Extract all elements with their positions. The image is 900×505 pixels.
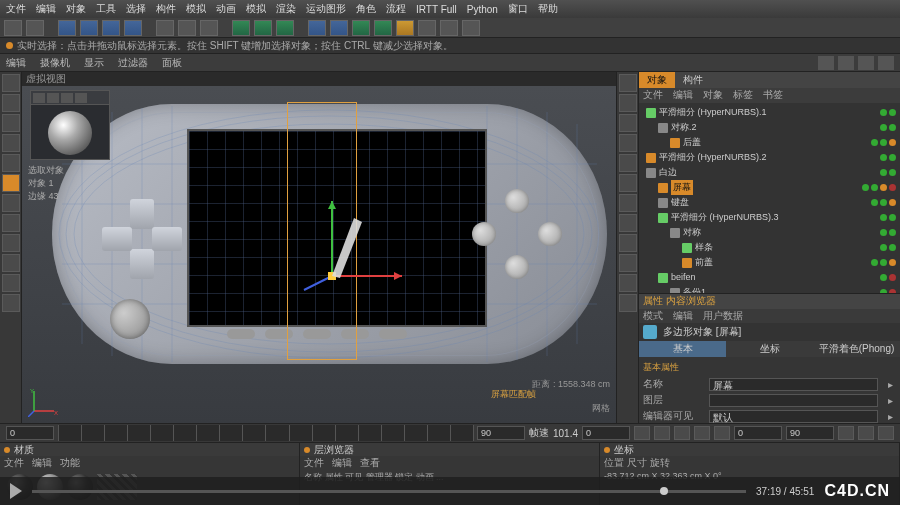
chevron-right-icon[interactable]: ▸ bbox=[884, 395, 896, 406]
seek-bar[interactable] bbox=[32, 490, 746, 493]
mat-menu-func[interactable]: 功能 bbox=[60, 456, 80, 469]
prim-environment[interactable] bbox=[418, 20, 436, 36]
palette-9[interactable] bbox=[619, 234, 637, 252]
attrs-tab-edit[interactable]: 编辑 bbox=[673, 309, 693, 323]
timeline[interactable]: 帧速 101.4 bbox=[0, 424, 900, 443]
visibility-dot[interactable] bbox=[880, 109, 887, 116]
visibility-dot[interactable] bbox=[880, 259, 887, 266]
play-next[interactable] bbox=[694, 426, 710, 440]
tree-row[interactable]: 后盖 bbox=[643, 135, 896, 150]
tool-rotate[interactable] bbox=[124, 20, 142, 36]
om-menu-对象[interactable]: 对象 bbox=[703, 88, 723, 103]
tree-row[interactable]: 平滑细分 (HyperNURBS).1 bbox=[643, 105, 896, 120]
frame-range-a[interactable] bbox=[734, 426, 782, 440]
attrs-tab-mode[interactable]: 模式 bbox=[643, 309, 663, 323]
mode-axis[interactable] bbox=[2, 114, 20, 132]
om-menu-标签[interactable]: 标签 bbox=[733, 88, 753, 103]
axis-y[interactable] bbox=[178, 20, 196, 36]
visibility-dot[interactable] bbox=[871, 139, 878, 146]
tree-row[interactable]: beifen bbox=[643, 270, 896, 285]
menu-编辑[interactable]: 编辑 bbox=[36, 2, 56, 16]
mode-polygon[interactable] bbox=[2, 174, 20, 192]
chevron-right-icon[interactable]: ▸ bbox=[884, 411, 896, 422]
visibility-dot[interactable] bbox=[880, 169, 887, 176]
visibility-dot[interactable] bbox=[880, 229, 887, 236]
axis-x[interactable] bbox=[156, 20, 174, 36]
tree-row[interactable]: 白边 bbox=[643, 165, 896, 180]
menu-运动图形[interactable]: 运动图形 bbox=[306, 2, 346, 16]
layer-menu-edit[interactable]: 编辑 bbox=[332, 456, 352, 469]
mode-model[interactable] bbox=[2, 74, 20, 92]
mode-edge[interactable] bbox=[2, 154, 20, 172]
tool-render-settings[interactable] bbox=[276, 20, 294, 36]
tool-render-region[interactable] bbox=[254, 20, 272, 36]
visibility-dot[interactable] bbox=[889, 199, 896, 206]
play-first[interactable] bbox=[634, 426, 650, 440]
menu-动画[interactable]: 动画 bbox=[216, 2, 236, 16]
attr-value-field[interactable]: 默认 bbox=[709, 410, 878, 423]
tree-row[interactable]: 屏幕 bbox=[643, 180, 896, 195]
prim-cube[interactable] bbox=[308, 20, 326, 36]
timeline-track[interactable] bbox=[58, 425, 473, 441]
btab-coord[interactable]: 坐标 bbox=[726, 341, 813, 357]
menu-构件[interactable]: 构件 bbox=[156, 2, 176, 16]
snap-settings[interactable] bbox=[2, 254, 20, 272]
visibility-dot[interactable] bbox=[889, 154, 896, 161]
vp-menu-filter[interactable]: 过滤器 bbox=[118, 56, 148, 70]
tree-row[interactable]: 对称 bbox=[643, 225, 896, 240]
tab-structure[interactable]: 构件 bbox=[675, 72, 711, 88]
mode-texture[interactable] bbox=[2, 194, 20, 212]
om-menu-编辑[interactable]: 编辑 bbox=[673, 88, 693, 103]
play-icon[interactable] bbox=[10, 483, 22, 499]
menu-帮助[interactable]: 帮助 bbox=[538, 2, 558, 16]
object-tree[interactable]: 平滑细分 (HyperNURBS).1对称.2后盖平滑细分 (HyperNURB… bbox=[639, 103, 900, 293]
palette-3[interactable] bbox=[619, 114, 637, 132]
palette-7[interactable] bbox=[619, 194, 637, 212]
visibility-dot[interactable] bbox=[889, 229, 896, 236]
visibility-dot[interactable] bbox=[880, 244, 887, 251]
menu-文件[interactable]: 文件 bbox=[6, 2, 26, 16]
visibility-dot[interactable] bbox=[880, 184, 887, 191]
layer-menu-view[interactable]: 查看 bbox=[360, 456, 380, 469]
mat-menu-edit[interactable]: 编辑 bbox=[32, 456, 52, 469]
frame-end-field[interactable] bbox=[477, 426, 525, 440]
btab-basic[interactable]: 基本 bbox=[639, 341, 726, 357]
om-menu-文件[interactable]: 文件 bbox=[643, 88, 663, 103]
menu-流程[interactable]: 流程 bbox=[386, 2, 406, 16]
visibility-dot[interactable] bbox=[889, 124, 896, 131]
visibility-dot[interactable] bbox=[880, 214, 887, 221]
menu-IRTT Full[interactable]: IRTT Full bbox=[416, 4, 457, 15]
menu-模拟[interactable]: 模拟 bbox=[246, 2, 266, 16]
prim-spline[interactable] bbox=[330, 20, 348, 36]
layer-menu-file[interactable]: 文件 bbox=[304, 456, 324, 469]
tool-scale[interactable] bbox=[102, 20, 120, 36]
menu-工具[interactable]: 工具 bbox=[96, 2, 116, 16]
prim-camera[interactable] bbox=[440, 20, 458, 36]
visibility-dot[interactable] bbox=[889, 259, 896, 266]
visibility-dot[interactable] bbox=[880, 154, 887, 161]
prim-deformer[interactable] bbox=[396, 20, 414, 36]
mat-menu-file[interactable]: 文件 bbox=[4, 456, 24, 469]
snap-toggle[interactable] bbox=[2, 234, 20, 252]
mode-point[interactable] bbox=[2, 134, 20, 152]
seek-thumb[interactable] bbox=[660, 487, 668, 495]
play-last[interactable] bbox=[714, 426, 730, 440]
chevron-right-icon[interactable]: ▸ bbox=[884, 379, 896, 390]
palette-11[interactable] bbox=[619, 274, 637, 292]
vp-menu-edit[interactable]: 编辑 bbox=[6, 56, 26, 70]
palette-12[interactable] bbox=[619, 294, 637, 312]
keyframe-auto[interactable] bbox=[858, 426, 874, 440]
visibility-dot[interactable] bbox=[880, 139, 887, 146]
play-prev[interactable] bbox=[654, 426, 670, 440]
om-menu-书签[interactable]: 书签 bbox=[763, 88, 783, 103]
tool-redo[interactable] bbox=[26, 20, 44, 36]
visibility-dot[interactable] bbox=[880, 124, 887, 131]
tab-objects[interactable]: 对象 bbox=[639, 72, 675, 88]
palette-5[interactable] bbox=[619, 154, 637, 172]
tree-row[interactable]: 样条 bbox=[643, 240, 896, 255]
visibility-dot[interactable] bbox=[880, 199, 887, 206]
tree-row[interactable]: 键盘 bbox=[643, 195, 896, 210]
menu-渲染[interactable]: 渲染 bbox=[276, 2, 296, 16]
visibility-dot[interactable] bbox=[889, 244, 896, 251]
visibility-dot[interactable] bbox=[889, 289, 896, 293]
